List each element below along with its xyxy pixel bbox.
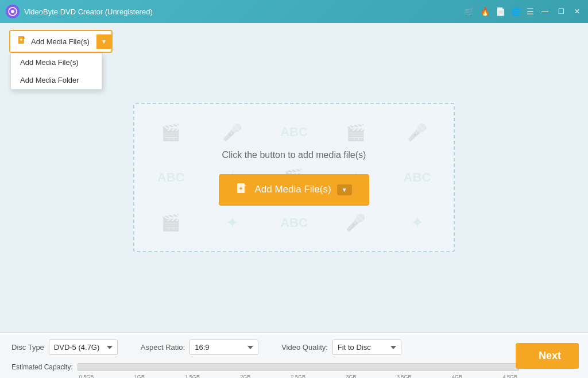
tick-1: 1GB	[134, 374, 145, 378]
wm-text-abc1: ABC	[280, 125, 308, 140]
next-button[interactable]: Next	[516, 343, 579, 369]
document-icon[interactable]: 📄	[496, 7, 505, 16]
tick-2.5: 2.5GB	[291, 374, 306, 378]
big-btn-label: Add Media File(s)	[254, 184, 331, 195]
aspect-ratio-field: Aspect Ratio: 16:9 4:3	[141, 340, 258, 355]
wm-mic-icon2: 🎤	[407, 123, 427, 142]
add-file-icon	[17, 35, 28, 48]
wm-mic-icon: 🎤	[222, 123, 242, 142]
add-media-btn-label: Add Media File(s)	[31, 37, 90, 46]
title-bar-controls: 🛒 🔥 📄 🌐 ☰ — ❐ ✕	[465, 6, 582, 17]
restore-button[interactable]: ❐	[556, 6, 566, 17]
title-bar: VideoByte DVD Creator (Unregistered) 🛒 🔥…	[0, 0, 588, 23]
cart-icon[interactable]: 🛒	[465, 7, 474, 16]
disc-type-select[interactable]: DVD-5 (4.7G) DVD-9 (8.5G)	[49, 340, 118, 355]
dropdown-add-files[interactable]: Add Media File(s)	[11, 53, 102, 71]
wm-text-abc2: ABC	[157, 170, 185, 185]
app-icon	[6, 5, 20, 18]
fire-icon[interactable]: 🔥	[480, 7, 490, 16]
tick-0.5: 0.5GB	[79, 374, 94, 378]
bottom-bar: Disc Type DVD-5 (4.7G) DVD-9 (8.5G) Aspe…	[0, 332, 588, 378]
wm-text-abc3: ABC	[404, 170, 431, 185]
tick-3: 3GB	[346, 374, 357, 378]
toolbar: Add Media File(s) ▼ Add Media File(s) Ad…	[0, 23, 122, 60]
tick-1.5: 1.5GB	[185, 374, 200, 378]
globe-icon[interactable]: 🌐	[511, 7, 521, 16]
add-media-files-button[interactable]: Add Media File(s)	[10, 31, 96, 52]
add-media-dropdown-arrow[interactable]: ▼	[96, 34, 111, 49]
capacity-bar: 0.5GB 1GB 1.5GB 2GB 2.5GB 3GB 3.5GB 4GB …	[78, 363, 519, 371]
video-quality-select[interactable]: Fit to Disc High Medium Low	[332, 340, 401, 355]
wm-film-icon4: 🎬	[161, 213, 181, 232]
wm-star-icon4: ✦	[411, 213, 424, 232]
settings-fields-row: Disc Type DVD-5 (4.7G) DVD-9 (8.5G) Aspe…	[11, 340, 419, 355]
aspect-ratio-select[interactable]: 16:9 4:3	[189, 340, 258, 355]
arrow-icon: ▼	[101, 38, 107, 45]
video-quality-label: Video Quality:	[281, 343, 328, 352]
tick-2: 2GB	[240, 374, 250, 378]
app-title: VideoByte DVD Creator (Unregistered)	[24, 7, 153, 16]
drop-zone-hint: Click the button to add media file(s)	[222, 150, 366, 160]
title-bar-left: VideoByte DVD Creator (Unregistered)	[6, 5, 153, 18]
main-area: Add Media File(s) ▼ Add Media File(s) Ad…	[0, 23, 588, 332]
add-media-dropdown-menu: Add Media File(s) Add Media Folder	[10, 53, 102, 90]
close-button[interactable]: ✕	[572, 6, 582, 17]
tick-3.5: 3.5GB	[397, 374, 412, 378]
wm-star-icon3: ✦	[226, 213, 239, 232]
dropdown-add-folder[interactable]: Add Media Folder	[11, 71, 102, 89]
menu-icon[interactable]: ☰	[527, 7, 534, 16]
tick-4.5: 4.5GB	[502, 374, 517, 378]
tick-4: 4GB	[452, 374, 462, 378]
wm-text-abc4: ABC	[280, 215, 308, 230]
big-btn-icon	[236, 182, 249, 198]
add-media-big-button[interactable]: Add Media File(s) ▼	[219, 174, 369, 206]
disc-type-field: Disc Type DVD-5 (4.7G) DVD-9 (8.5G)	[11, 340, 118, 355]
disc-type-label: Disc Type	[11, 343, 44, 352]
wm-mic-icon3: 🎤	[346, 213, 366, 232]
drop-zone: 🎬 🎤 ABC 🎬 🎤 ABC ✦ 🎬 ✦ ABC 🎬 ✦ ABC 🎤 ✦ Cl…	[133, 103, 455, 252]
add-media-dropdown[interactable]: Add Media File(s) ▼ Add Media File(s) Ad…	[9, 30, 113, 53]
aspect-ratio-label: Aspect Ratio:	[141, 343, 185, 352]
wm-film-icon: 🎬	[161, 123, 181, 142]
big-btn-arrow: ▼	[337, 184, 352, 195]
estimated-capacity-label: Estimated Capacity:	[11, 363, 73, 371]
capacity-row: Estimated Capacity: 0.5GB 1GB 1.5GB 2GB …	[11, 363, 519, 371]
capacity-ticks: 0.5GB 1GB 1.5GB 2GB 2.5GB 3GB 3.5GB 4GB …	[78, 374, 519, 378]
minimize-button[interactable]: —	[540, 6, 550, 17]
wm-film-icon2: 🎬	[346, 123, 366, 142]
svg-point-1	[11, 10, 14, 13]
video-quality-field: Video Quality: Fit to Disc High Medium L…	[281, 340, 401, 355]
